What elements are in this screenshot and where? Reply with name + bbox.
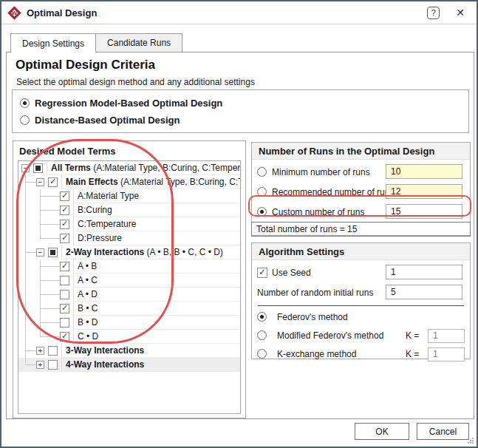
tree-checkbox[interactable]: ✓: [60, 234, 69, 243]
use-seed-label: Use Seed: [272, 268, 311, 278]
tree-row[interactable]: ✓A • B: [18, 259, 240, 274]
tree-checkbox[interactable]: [60, 290, 69, 299]
tree-checkbox[interactable]: ✓: [60, 332, 69, 342]
tree-row[interactable]: −2-Way Interactions (A • B, B • C, C • D…: [18, 245, 240, 259]
tree-row-label: C • D: [73, 330, 240, 344]
radio-button-icon[interactable]: [20, 98, 30, 108]
option-recommended-runs[interactable]: Recommended number of runs 12: [252, 182, 470, 202]
tree-row[interactable]: ✓B:Curing: [18, 203, 240, 217]
tree-row[interactable]: ✓B • C: [18, 302, 240, 316]
seed-input[interactable]: 1: [386, 265, 462, 279]
tree-connector: [26, 364, 36, 365]
tree-expand-icon[interactable]: +: [36, 361, 44, 369]
algorithm-settings-panel: Algorithm Settings ✓ Use Seed 1 Number o…: [251, 242, 471, 359]
check-icon: ✓: [61, 233, 68, 242]
tree-checkbox[interactable]: ✓: [60, 220, 69, 229]
k-input-disabled: 1: [428, 329, 465, 343]
tree-checkbox[interactable]: [48, 346, 58, 356]
tree-row[interactable]: ✓C • D: [18, 330, 240, 344]
radio-distance-based[interactable]: Distance-Based Optimal Design: [20, 113, 461, 126]
method-label: K-exchange method: [277, 349, 356, 359]
check-icon: ✓: [61, 205, 68, 214]
tree-row[interactable]: −All Terms (A:Material Type, B:Curing, C…: [18, 161, 240, 175]
k-equals-label: K =: [406, 349, 419, 359]
method-modified-federov[interactable]: Modified Federov's method K = 1: [252, 326, 470, 345]
tree-row-label: 2-Way Interactions (A • B, B • C, C • D): [61, 245, 240, 259]
tree-connector: [26, 350, 36, 351]
radio-button-icon[interactable]: [257, 349, 267, 359]
tree-row[interactable]: ✓C:Temperature: [18, 217, 240, 231]
radio-button-icon[interactable]: [257, 207, 267, 217]
tree-row-label: D:Pressure: [73, 231, 240, 245]
radio-label: Regression Model-Based Optimal Design: [35, 98, 222, 109]
tree-row[interactable]: ✓D:Pressure: [18, 231, 240, 245]
tree-row-label: B • D: [73, 316, 240, 330]
tree-checkbox[interactable]: ✓: [60, 304, 69, 313]
custom-runs-input[interactable]: 15: [386, 204, 462, 219]
tree-checkbox[interactable]: ✓: [60, 206, 69, 215]
design-settings-page: Optimal Design Criteria Select the optim…: [6, 52, 474, 419]
tree-row-label: C:Temperature: [73, 217, 240, 231]
radio-label: Distance-Based Optimal Design: [35, 115, 180, 126]
tree-collapse-icon[interactable]: −: [36, 178, 44, 186]
radio-button-icon[interactable]: [257, 167, 267, 177]
tab-design-settings[interactable]: Design Settings: [10, 33, 96, 53]
tree-row-label: A • B: [73, 259, 240, 274]
help-icon[interactable]: ?: [427, 7, 440, 19]
tree-collapse-icon[interactable]: −: [21, 164, 30, 172]
option-custom-runs[interactable]: Custom number of runs 15: [252, 202, 470, 222]
tree-row[interactable]: A • C: [18, 274, 240, 288]
close-icon[interactable]: ✕: [456, 7, 465, 18]
radio-button-icon[interactable]: [257, 312, 267, 322]
option-minimum-runs[interactable]: Minimum number of runs 10: [252, 162, 470, 182]
tree-connector: [41, 266, 60, 267]
tree-connector: [26, 252, 36, 253]
ok-button[interactable]: OK: [355, 423, 409, 440]
tree-checkbox[interactable]: [48, 248, 58, 257]
tree-row[interactable]: −✓Main Effects (A:Material Type, B:Curin…: [18, 175, 240, 189]
tab-candidate-runs[interactable]: Candidate Runs: [96, 33, 182, 52]
tree-checkbox[interactable]: [48, 360, 58, 370]
method-federov[interactable]: Federov's method: [252, 308, 470, 326]
cancel-button[interactable]: Cancel: [417, 423, 469, 440]
algorithm-divider: [258, 305, 464, 306]
total-runs-readout: Total number of runs = 15: [251, 222, 471, 237]
tree-row[interactable]: B • D: [18, 316, 240, 330]
radio-button-icon[interactable]: [20, 115, 30, 125]
radio-button-icon[interactable]: [257, 330, 267, 340]
check-icon: ✓: [61, 219, 68, 228]
tree-connector: [41, 210, 60, 211]
tree-checkbox[interactable]: ✓: [60, 191, 69, 201]
tree-row[interactable]: ✓A:Material Type: [18, 189, 240, 203]
tree-row[interactable]: A • D: [18, 288, 240, 302]
method-k-exchange[interactable]: K-exchange method K = 1: [252, 345, 470, 363]
tree-checkbox[interactable]: ✓: [48, 177, 58, 187]
optimal-design-dialog: W Optimal Design ? ✕ Design Settings Can…: [0, 0, 478, 448]
tree-row-label: B:Curing: [73, 203, 240, 217]
tree-connector: [41, 196, 60, 197]
tree-row-label: Main Effects (A:Material Type, B:Curing,…: [61, 175, 240, 189]
tree-guide-line: [40, 259, 41, 337]
initial-runs-label: Number of random initial runs: [257, 288, 373, 298]
resize-grip[interactable]: [468, 438, 474, 444]
tree-checkbox[interactable]: [33, 163, 43, 173]
tree-checkbox[interactable]: [60, 276, 69, 285]
tree-connector: [41, 224, 60, 225]
tree-row-label: A • D: [73, 288, 240, 302]
tree-expand-icon[interactable]: +: [36, 347, 44, 355]
tree-row[interactable]: +4-Way Interactions: [18, 358, 240, 372]
tree-checkbox[interactable]: ✓: [60, 262, 69, 271]
tree-connector: [41, 280, 60, 281]
tab-strip: Design Settings Candidate Runs: [10, 33, 182, 53]
tree-collapse-icon[interactable]: −: [36, 248, 44, 257]
radio-button-icon[interactable]: [257, 187, 267, 197]
initial-runs-input[interactable]: 5: [386, 285, 462, 299]
radio-regression-model-based[interactable]: Regression Model-Based Optimal Design: [20, 96, 461, 109]
use-seed-checkbox[interactable]: ✓: [257, 268, 267, 278]
titlebar-divider: [1, 24, 477, 24]
tree-checkbox[interactable]: [60, 318, 69, 327]
use-seed-row[interactable]: ✓ Use Seed 1: [252, 262, 470, 282]
app-logo-icon: W: [7, 6, 21, 19]
page-subtitle: Select the optimal design method and any…: [16, 77, 255, 87]
tree-row[interactable]: +3-Way Interactions: [18, 344, 240, 358]
